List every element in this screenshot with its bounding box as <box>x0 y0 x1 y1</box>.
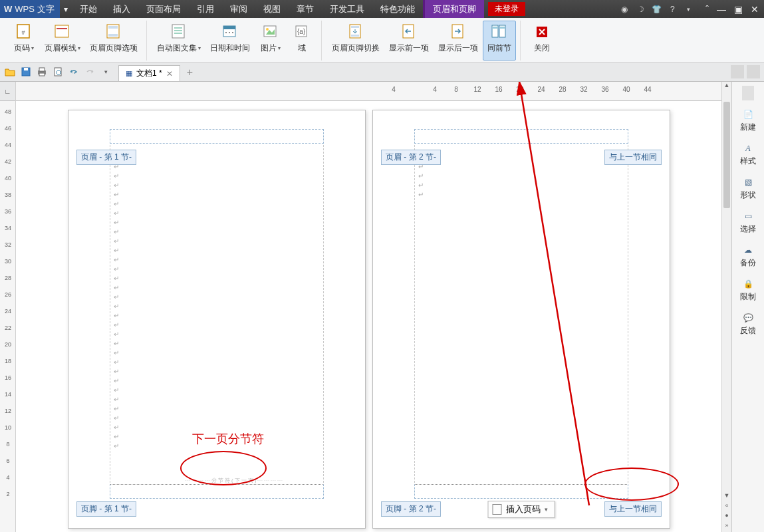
svg-rect-29 <box>500 27 505 29</box>
page1-header-area[interactable] <box>110 129 324 144</box>
insert-pn-icon <box>493 504 502 515</box>
taskpane-style[interactable]: A样式 <box>732 138 764 171</box>
page-2[interactable]: 页眉 - 第 2 节- 与上一节相同 ↵↵↵↵ 页脚 - 第 2 节- 与上一节… <box>372 110 670 529</box>
help-icon[interactable]: ? <box>667 4 678 15</box>
taskpane-feedback[interactable]: 💬反馈 <box>732 308 764 340</box>
tab-view[interactable]: 视图 <box>255 0 289 18</box>
page2-footer-area[interactable] <box>414 484 628 499</box>
tab-header-footer[interactable]: 页眉和页脚 <box>423 0 484 18</box>
vruler-tick: 28 <box>2 275 14 281</box>
qat-dropdown[interactable]: ▾ <box>100 66 112 78</box>
help-dropdown[interactable]: ▾ <box>683 4 694 15</box>
tab-review[interactable]: 审阅 <box>222 0 255 18</box>
ribbon: # 页码▾ 页眉横线▾ 页眉页脚选项 自动图文集▾ 日期和时间 图片▾ {a} … <box>0 18 764 63</box>
title-right-controls: ◉ ☽ 👕 ? ▾ ˆ — ▣ ✕ <box>619 4 764 15</box>
taskpane-restrict[interactable]: 🔒限制 <box>732 274 764 307</box>
page1-footer-area[interactable] <box>110 484 324 499</box>
close-hf-icon <box>531 23 553 41</box>
svg-point-13 <box>225 32 227 33</box>
app-dropdown[interactable]: ▾ <box>60 5 72 14</box>
new-tab-button[interactable]: + <box>180 64 199 81</box>
minimize-icon[interactable]: — <box>717 4 726 15</box>
tab-section[interactable]: 章节 <box>289 0 322 18</box>
tab-page-layout[interactable]: 页面布局 <box>138 0 189 18</box>
new-icon: 📄 <box>741 108 755 120</box>
vruler-tick: 26 <box>2 291 14 298</box>
sync-icon[interactable]: ◉ <box>619 4 630 15</box>
scroll-up-icon[interactable]: ▲ <box>722 82 731 92</box>
page-number-button[interactable]: # 页码▾ <box>8 21 40 61</box>
tab-references[interactable]: 引用 <box>189 0 222 18</box>
feedback-icon: 💬 <box>741 312 755 324</box>
header-footer-options-button[interactable]: 页眉页脚选项 <box>85 21 142 61</box>
browse-object-icon[interactable]: ● <box>722 512 731 522</box>
header-line-button[interactable]: 页眉横线▾ <box>40 21 85 61</box>
scrollbar-thumb[interactable] <box>723 102 730 208</box>
field-button[interactable]: {a} 域 <box>287 21 317 61</box>
redo-icon[interactable] <box>84 66 96 78</box>
svg-rect-6 <box>108 34 118 37</box>
picture-button[interactable]: 图片▾ <box>255 21 287 61</box>
scroll-down-icon[interactable]: ▼ <box>722 492 731 502</box>
page2-footer-link-tag: 与上一节相同 <box>604 501 662 517</box>
vruler-tick: 10 <box>2 424 14 431</box>
tab-close-icon[interactable]: ✕ <box>166 69 173 78</box>
vruler-tick: 14 <box>2 391 14 398</box>
save-icon[interactable] <box>20 66 32 78</box>
vruler-tick: 34 <box>2 225 14 231</box>
vruler-tick: 36 <box>2 208 14 215</box>
qat-right-button-1[interactable] <box>731 65 744 78</box>
document-tab[interactable]: ▦ 文档1 * ✕ <box>118 65 180 81</box>
date-time-icon <box>219 23 241 41</box>
open-icon[interactable] <box>4 66 16 78</box>
ribbon-toggle-icon[interactable]: ˆ <box>705 4 709 15</box>
insert-page-number-button[interactable]: 插入页码 ▾ <box>488 501 555 518</box>
print-preview-icon[interactable] <box>52 66 64 78</box>
skin-icon[interactable]: ☽ <box>635 4 646 15</box>
horizontal-ruler: 448121620242832364044 <box>16 82 721 101</box>
svg-rect-2 <box>55 25 68 37</box>
wps-w-icon: W <box>4 4 12 14</box>
app-name: WPS 文字 <box>15 3 54 15</box>
show-next-button[interactable]: 显示后一项 <box>434 21 483 61</box>
taskpane-select[interactable]: ▭选择 <box>732 206 764 239</box>
switch-header-footer-button[interactable]: 页眉页脚切换 <box>327 21 384 61</box>
taskpane-shape[interactable]: ▧形状 <box>732 172 764 205</box>
tab-features[interactable]: 特色功能 <box>372 0 423 18</box>
hruler-tick: 8 <box>454 86 458 93</box>
taskpane-new[interactable]: 📄新建 <box>732 104 764 137</box>
auto-gallery-button[interactable]: 自动图文集▾ <box>152 21 205 61</box>
close-hf-button[interactable]: 关闭 <box>526 21 558 61</box>
close-icon[interactable]: ✕ <box>751 4 759 15</box>
vruler-tick: 22 <box>2 325 14 331</box>
page-1[interactable]: 页眉 - 第 1 节- ↵↵↵↵↵↵↵↵ ↵↵↵↵↵↵↵↵ ↵↵↵↵↵↵↵↵ ↵… <box>68 110 366 529</box>
taskpane-toggle[interactable] <box>742 86 754 100</box>
hruler-tick: 40 <box>622 86 630 93</box>
svg-point-14 <box>229 32 230 33</box>
vruler-tick: 38 <box>2 192 14 198</box>
date-time-button[interactable]: 日期和时间 <box>205 21 255 61</box>
tab-developer[interactable]: 开发工具 <box>322 0 372 18</box>
qat-right-button-2[interactable] <box>747 65 760 78</box>
canvas-area: 448121620242832364044 页眉 - 第 1 节- ↵↵↵↵↵↵… <box>16 82 721 532</box>
taskpane-backup[interactable]: ☁备份 <box>732 240 764 273</box>
vruler-tick: 40 <box>2 175 14 182</box>
tshirt-icon[interactable]: 👕 <box>651 4 662 15</box>
hruler-tick: 4 <box>433 86 437 93</box>
page2-header-tag: 页眉 - 第 2 节- <box>381 150 441 165</box>
print-icon[interactable] <box>36 66 48 78</box>
same-as-previous-button[interactable]: 同前节 <box>483 21 516 61</box>
login-button[interactable]: 未登录 <box>488 2 525 16</box>
undo-icon[interactable] <box>68 66 80 78</box>
show-next-icon <box>447 23 469 41</box>
page2-header-area[interactable] <box>414 129 628 144</box>
tab-home[interactable]: 开始 <box>72 0 105 18</box>
workspace: ∟ 48464442403836343230282624222018161412… <box>0 82 764 532</box>
restore-icon[interactable]: ▣ <box>734 4 743 15</box>
next-page-icon[interactable]: » <box>722 522 731 532</box>
vertical-scrollbar[interactable]: ▲ ▼ « ● » <box>721 82 731 532</box>
prev-page-icon[interactable]: « <box>722 502 731 512</box>
show-previous-button[interactable]: 显示前一项 <box>384 21 434 61</box>
tab-insert[interactable]: 插入 <box>105 0 138 18</box>
section-break-mark: ┄┄┄┄分节符(下一页)┄┄┄┄ <box>185 477 284 484</box>
